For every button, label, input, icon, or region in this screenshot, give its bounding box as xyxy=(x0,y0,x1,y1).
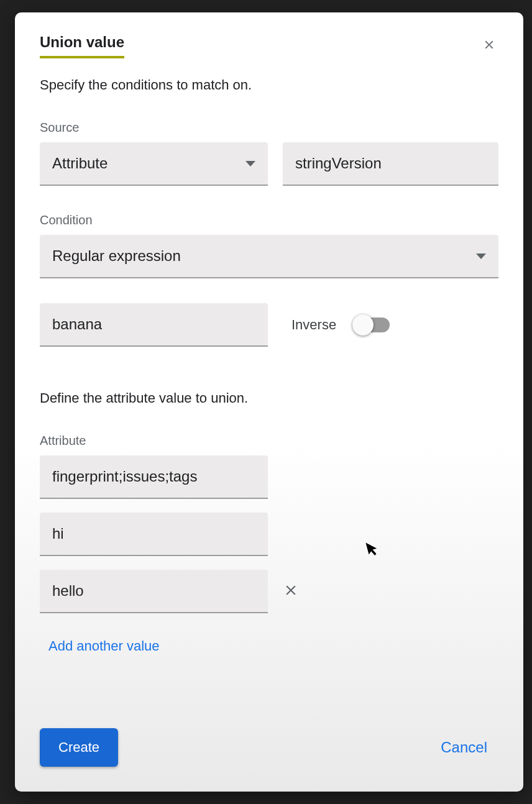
dialog-footer: Create Cancel xyxy=(40,703,498,767)
attribute-label: Attribute xyxy=(40,434,498,448)
dialog-title: Union value xyxy=(40,34,124,58)
toggle-knob xyxy=(352,314,374,336)
inverse-toggle[interactable] xyxy=(354,317,390,332)
close-icon[interactable] xyxy=(480,35,498,57)
regex-value-input[interactable] xyxy=(40,303,268,347)
attribute-value-input[interactable] xyxy=(40,570,268,613)
union-description: Define the attribute value to union. xyxy=(40,390,498,406)
condition-value: Regular expression xyxy=(52,247,181,265)
condition-select[interactable]: Regular expression xyxy=(40,235,498,278)
dialog-header: Union value xyxy=(40,34,498,58)
attribute-value-input[interactable] xyxy=(40,513,268,556)
remove-value-icon[interactable] xyxy=(283,582,299,601)
attribute-value-input[interactable] xyxy=(40,455,268,499)
source-value-input[interactable] xyxy=(283,142,498,186)
chevron-down-icon xyxy=(476,254,486,259)
union-value-dialog: Union value Specify the conditions to ma… xyxy=(15,12,523,792)
source-type-value: Attribute xyxy=(52,155,108,172)
source-label: Source xyxy=(40,121,498,135)
inverse-label: Inverse xyxy=(291,317,336,333)
create-button[interactable]: Create xyxy=(40,728,118,767)
chevron-down-icon xyxy=(245,161,255,167)
cancel-button[interactable]: Cancel xyxy=(429,733,498,762)
source-type-select[interactable]: Attribute xyxy=(40,142,268,186)
dialog-description: Specify the conditions to match on. xyxy=(40,77,498,93)
add-another-value-link[interactable]: Add another value xyxy=(48,638,498,654)
condition-label: Condition xyxy=(40,213,498,227)
